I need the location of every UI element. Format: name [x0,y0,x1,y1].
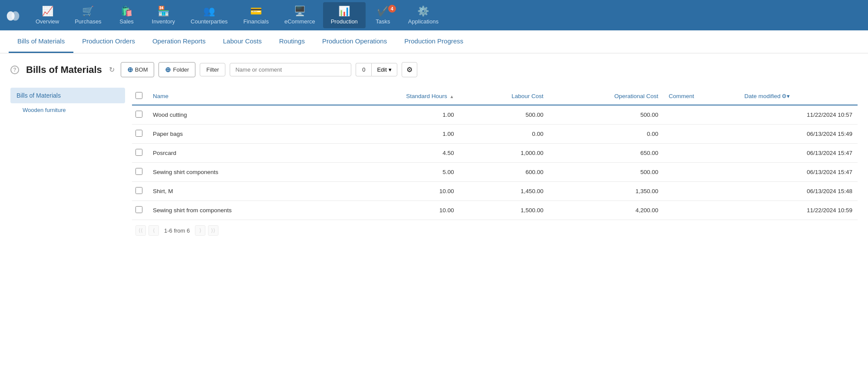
col-date-modified[interactable]: Date modified ⚙▾ [739,88,858,105]
cell-name: Posrcard [148,144,336,163]
cell-standard-hours: 10.00 [336,201,459,220]
tasks-label: Tasks [376,18,390,25]
first-page-button[interactable]: ⟨⟨ [135,225,146,236]
edit-dropdown-icon: ▾ [389,66,392,73]
cell-comment [663,201,739,220]
purchases-label: Purchases [75,18,101,25]
top-nav: 📈 Overview 🛒 Purchases 🛍️ Sales 🏪 Invent… [0,0,868,30]
page-title: Bills of Materials [26,64,102,76]
cell-date-modified: 06/13/2024 15:47 [739,163,858,182]
col-comment[interactable]: Comment [663,88,739,105]
search-input[interactable] [230,63,351,76]
col-settings-icon[interactable]: ⚙▾ [782,93,790,99]
toolbar: ? Bills of Materials ↻ ⊕ BOM ⊕ Folder Fi… [10,62,858,77]
date-modified-label: Date modified [744,93,780,99]
row-checkbox-cell [132,144,148,163]
table-row: Posrcard 4.50 1,000.00 650.00 06/13/2024… [132,144,858,163]
row-checkbox-row-1[interactable] [135,111,142,118]
filter-button[interactable]: Filter [200,63,225,76]
sub-nav-production-operations[interactable]: Production Operations [314,30,396,53]
overview-label: Overview [36,18,59,25]
table-row: Wood cutting 1.00 500.00 500.00 11/22/20… [132,105,858,125]
sidebar-item-bills-of-materials[interactable]: Bills of Materials [10,88,125,103]
col-standard-hours[interactable]: Standard Hours ▲ [336,88,459,105]
refresh-icon[interactable]: ↻ [109,66,115,74]
nav-item-tasks[interactable]: ✔️ Tasks 4 [366,2,400,28]
sub-nav-bills-of-materials[interactable]: Bills of Materials [9,30,73,53]
col-name[interactable]: Name [148,88,336,105]
sales-icon: 🛍️ [121,6,132,17]
sidebar-item-wooden-furniture[interactable]: Wooden furniture [10,103,125,117]
data-table: Name Standard Hours ▲ Labour Cost Operat… [132,88,858,220]
nav-item-inventory[interactable]: 🏪 Inventory [144,2,183,28]
sub-nav-operation-reports[interactable]: Operation Reports [144,30,215,53]
last-page-button[interactable]: ⟩⟩ [208,225,218,236]
edit-button[interactable]: Edit ▾ [371,63,397,76]
row-checkbox-row-2[interactable] [135,130,142,137]
settings-button[interactable]: ⚙ [402,62,417,77]
nav-item-overview[interactable]: 📈 Overview [28,2,67,28]
nav-item-counterparties[interactable]: 👥 Counterparties [183,2,235,28]
cell-name: Sewing shirt from components [148,201,336,220]
cell-name: Wood cutting [148,105,336,125]
help-icon[interactable]: ? [10,66,19,74]
col-operational-cost[interactable]: Operational Cost [548,88,663,105]
logo[interactable] [5,7,21,23]
sub-nav-production-orders[interactable]: Production Orders [73,30,144,53]
col-labour-cost[interactable]: Labour Cost [459,88,549,105]
cell-labour-cost: 600.00 [459,163,549,182]
tasks-icon: ✔️ [377,6,389,17]
sub-nav: Bills of MaterialsProduction OrdersOpera… [0,30,868,53]
counterparties-icon: 👥 [203,6,215,17]
cell-comment [663,125,739,144]
nav-item-sales[interactable]: 🛍️ Sales [109,2,144,28]
count-box: 0 [356,63,371,76]
cell-name: Paper bags [148,125,336,144]
cell-operational-cost: 500.00 [548,163,663,182]
row-checkbox-row-3[interactable] [135,149,142,156]
cell-standard-hours: 4.50 [336,144,459,163]
row-checkbox-row-5[interactable] [135,187,142,194]
nav-item-ecommerce[interactable]: 🖥️ eCommerce [277,2,323,28]
add-folder-button[interactable]: ⊕ Folder [158,62,195,77]
financials-label: Financials [243,18,269,25]
sidebar: Bills of MaterialsWooden furniture [10,88,132,241]
row-checkbox-row-6[interactable] [135,206,142,213]
next-page-button[interactable]: ⟩ [195,225,205,236]
cell-standard-hours: 10.00 [336,182,459,201]
cell-date-modified: 06/13/2024 15:49 [739,125,858,144]
nav-item-financials[interactable]: 💳 Financials [235,2,277,28]
cell-operational-cost: 500.00 [548,105,663,125]
row-checkbox-cell [132,163,148,182]
counterparties-label: Counterparties [191,18,228,25]
page-info: 1-6 from 6 [162,227,192,234]
sub-nav-production-progress[interactable]: Production Progress [396,30,472,53]
gear-icon: ⚙ [406,66,413,74]
prev-page-button[interactable]: ⟨ [149,225,159,236]
cell-labour-cost: 1,450.00 [459,182,549,201]
header-checkbox[interactable] [135,92,142,99]
sub-nav-labour-costs[interactable]: Labour Costs [215,30,271,53]
nav-item-applications[interactable]: ⚙️ Applications [400,2,446,28]
inventory-label: Inventory [152,18,175,25]
row-checkbox-row-4[interactable] [135,168,142,175]
production-icon: 📊 [338,6,350,17]
nav-item-purchases[interactable]: 🛒 Purchases [67,2,109,28]
plus-folder-icon: ⊕ [165,66,171,74]
table-row: Paper bags 1.00 0.00 0.00 06/13/2024 15:… [132,125,858,144]
financials-icon: 💳 [250,6,262,17]
edit-label: Edit [377,66,386,73]
overview-icon: 📈 [42,6,53,17]
sales-label: Sales [119,18,134,25]
cell-comment [663,163,739,182]
row-checkbox-cell [132,105,148,125]
cell-labour-cost: 1,500.00 [459,201,549,220]
cell-labour-cost: 500.00 [459,105,549,125]
ecommerce-label: eCommerce [284,18,315,25]
sub-nav-routings[interactable]: Routings [271,30,314,53]
inventory-icon: 🏪 [158,6,169,17]
add-bom-button[interactable]: ⊕ BOM [121,62,155,77]
nav-items: 📈 Overview 🛒 Purchases 🛍️ Sales 🏪 Invent… [28,2,863,28]
bom-label: BOM [135,66,148,73]
nav-item-production[interactable]: 📊 Production [323,2,366,28]
